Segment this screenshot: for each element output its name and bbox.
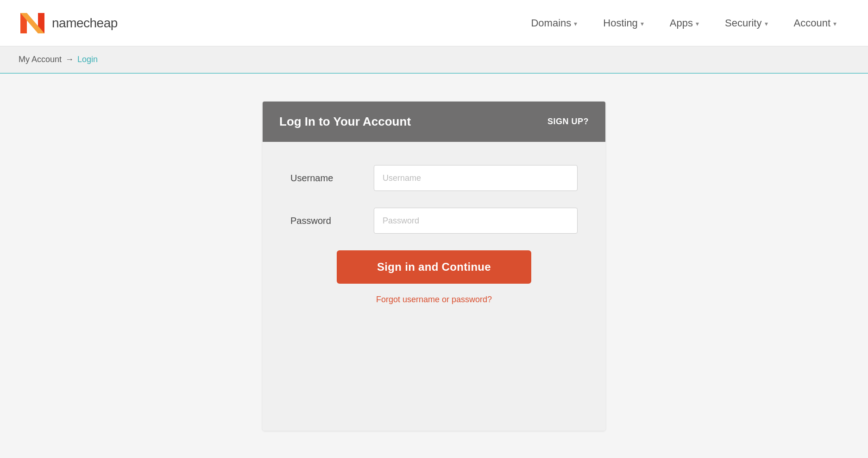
- breadcrumb-arrow: →: [65, 55, 74, 64]
- chevron-down-icon: ▾: [574, 20, 577, 27]
- breadcrumb: My Account → Login: [0, 46, 868, 74]
- login-card: Log In to Your Account SIGN UP? Username…: [263, 102, 605, 431]
- signin-button[interactable]: Sign in and Continue: [337, 250, 531, 284]
- logo-link[interactable]: namecheap: [19, 9, 118, 37]
- nav-label-account: Account: [794, 17, 831, 29]
- card-body: Username Password Sign in and Continue F…: [263, 142, 605, 332]
- nav-item-hosting[interactable]: Hosting ▾: [590, 13, 657, 34]
- nav-item-apps[interactable]: Apps ▾: [657, 13, 712, 34]
- breadcrumb-current: Login: [77, 55, 98, 64]
- nav-label-hosting: Hosting: [603, 17, 638, 29]
- password-group: Password: [290, 208, 578, 234]
- logo-icon: [19, 9, 46, 37]
- password-input[interactable]: [374, 208, 578, 234]
- chevron-down-icon: ▾: [765, 20, 768, 27]
- nav-label-security: Security: [725, 17, 761, 29]
- breadcrumb-home: My Account: [19, 55, 62, 64]
- password-label: Password: [290, 216, 374, 226]
- main-content: Log In to Your Account SIGN UP? Username…: [0, 74, 868, 458]
- username-input[interactable]: [374, 165, 578, 191]
- card-title: Log In to Your Account: [279, 114, 411, 129]
- card-header: Log In to Your Account SIGN UP?: [263, 102, 605, 142]
- nav-item-account[interactable]: Account ▾: [781, 13, 850, 34]
- nav-item-security[interactable]: Security ▾: [712, 13, 780, 34]
- nav-item-domains[interactable]: Domains ▾: [518, 13, 590, 34]
- nav-label-apps: Apps: [670, 17, 693, 29]
- submit-area: Sign in and Continue Forgot username or …: [290, 250, 578, 305]
- header: namecheap Domains ▾ Hosting ▾ Apps ▾ Sec…: [0, 0, 868, 46]
- nav-label-domains: Domains: [531, 17, 571, 29]
- logo-text: namecheap: [52, 16, 118, 31]
- chevron-down-icon: ▾: [696, 20, 699, 27]
- username-label: Username: [290, 173, 374, 184]
- forgot-password-link[interactable]: Forgot username or password?: [376, 295, 492, 305]
- username-group: Username: [290, 165, 578, 191]
- signup-link[interactable]: SIGN UP?: [547, 117, 589, 127]
- chevron-down-icon: ▾: [833, 20, 837, 27]
- nav-menu: Domains ▾ Hosting ▾ Apps ▾ Security ▾ Ac…: [518, 13, 849, 34]
- chevron-down-icon: ▾: [641, 20, 644, 27]
